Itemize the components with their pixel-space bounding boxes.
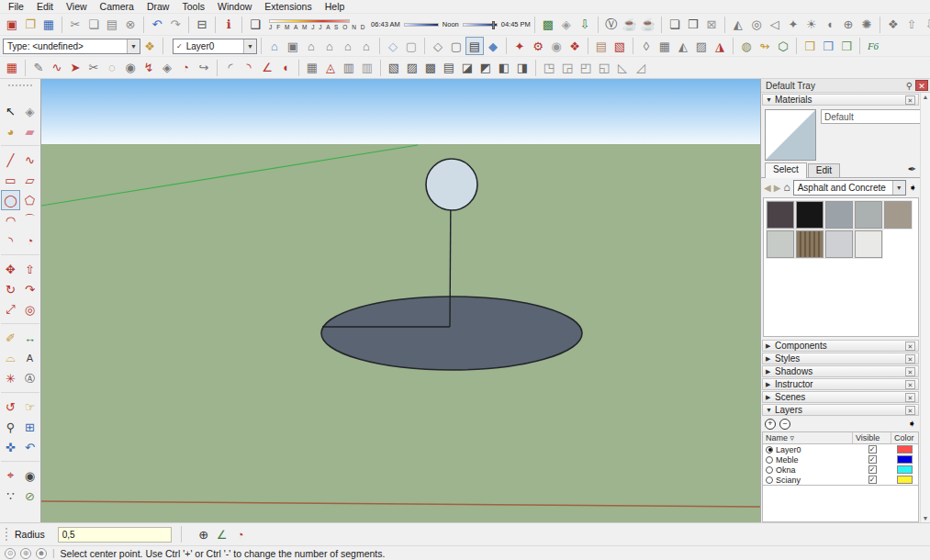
chevron-collapsed-icon[interactable]: ▶ [766, 394, 775, 401]
pie-tool[interactable]: ◔ [20, 230, 39, 251]
section-header-shadows[interactable]: ▶Shadows✕ [762, 365, 919, 377]
angle-tool-icon[interactable]: ∠ [258, 59, 276, 77]
path-tool-icon[interactable]: ↬ [756, 37, 774, 55]
zoom-extents-tool[interactable]: ✜ [1, 437, 20, 457]
axis-angle-icon[interactable]: ∠ [213, 525, 231, 543]
rotation-arc-icon[interactable]: ◔ [231, 525, 250, 543]
credits-icon[interactable]: ⊕ [20, 548, 31, 559]
undo-icon[interactable]: ↶ [148, 16, 166, 34]
hatch7-icon[interactable]: ◧ [495, 59, 513, 77]
layers-details-icon[interactable]: ➧ [908, 418, 916, 430]
column-header-color[interactable]: Color [891, 432, 918, 443]
two-point-arc-tool[interactable]: ⌒ [20, 210, 39, 230]
proxy-export-icon[interactable]: ⇩ [921, 16, 930, 34]
swatch-asphalt-new[interactable] [796, 201, 824, 229]
rotated-rectangle-tool[interactable]: ▱ [20, 170, 39, 190]
freehand-tool[interactable]: ∿ [20, 150, 39, 170]
swatch-boardwalk[interactable] [796, 230, 824, 258]
tape-measure-tool[interactable]: ✐ [1, 328, 20, 348]
zoom-window-tool[interactable]: ⊞ [20, 417, 39, 437]
threed-text-tool[interactable]: Ⓐ [20, 368, 39, 388]
sandbox-scratch-icon[interactable]: ▦ [655, 37, 674, 55]
layers-section-header[interactable]: ▼ Layers ✕ [762, 404, 919, 416]
close-icon[interactable]: ✕ [905, 380, 915, 389]
plugin-saw-icon[interactable]: ◔ [176, 59, 195, 77]
column-header-name[interactable]: Name ▿ [763, 432, 853, 443]
swatch-asphalt-dark[interactable] [767, 201, 794, 229]
plugin-lasso-icon[interactable]: ◌ [103, 59, 121, 77]
swatch-concrete-white[interactable] [855, 230, 882, 258]
erase-icon[interactable]: ⊗ [121, 16, 140, 34]
outer-shell-icon[interactable]: ◍ [737, 37, 756, 55]
chevron-collapsed-icon[interactable]: ▶ [766, 342, 775, 350]
proxy-import-icon[interactable]: ⇧ [902, 16, 921, 34]
round-corner2-icon[interactable]: ◝ [240, 59, 258, 77]
layer-row[interactable]: Okna✓ [763, 465, 918, 475]
select-tool[interactable]: ↖ [1, 101, 20, 121]
visible-checkbox[interactable]: ✓ [868, 465, 877, 474]
line-tool[interactable]: ╱ [1, 150, 20, 170]
wireframe-style-icon[interactable]: ◇ [429, 37, 447, 55]
previous-view-tool[interactable]: ↶ [20, 437, 39, 457]
back-arrow-icon[interactable]: ◀ [764, 183, 771, 193]
visible-checkbox[interactable]: ✓ [868, 455, 877, 464]
model-geometry[interactable] [41, 79, 760, 522]
menu-draw[interactable]: Draw [140, 0, 176, 13]
top-view-icon[interactable]: ▣ [284, 37, 302, 55]
section-header-scenes[interactable]: ▶Scenes✕ [762, 391, 919, 403]
menu-camera[interactable]: Camera [94, 0, 140, 13]
hatch6-icon[interactable]: ◩ [476, 59, 495, 77]
time-bar-pm[interactable] [463, 23, 498, 27]
material-preview-thumbnail[interactable] [765, 109, 816, 161]
layer-color-swatch[interactable] [897, 445, 913, 454]
chevron-expanded-icon[interactable]: ▼ [766, 96, 775, 103]
plugin-draw-icon[interactable]: ✎ [29, 59, 48, 77]
plugin-curve-icon[interactable]: ↪ [195, 59, 213, 77]
hatch2-icon[interactable]: ▨ [403, 59, 421, 77]
push-pull-tool[interactable]: ⇧ [20, 259, 39, 279]
menu-file[interactable]: File [2, 0, 30, 13]
layer-row[interactable]: Layer0✓ [763, 444, 918, 454]
infinite-plane-icon[interactable]: ❖ [884, 16, 902, 34]
circle-tool[interactable]: ◯ [1, 190, 20, 210]
close-icon[interactable]: ✕ [905, 406, 915, 415]
section-plane-tool[interactable]: ⊘ [20, 486, 39, 506]
geolocation-icon[interactable]: ⊙ [5, 548, 16, 559]
section-header-components[interactable]: ▶Components✕ [762, 340, 919, 352]
layout-grid-icon[interactable]: ▦ [3, 59, 21, 77]
collection-combo[interactable]: Asphalt and Concrete ▼ [793, 180, 906, 196]
vray-frame-buffer-icon[interactable]: ❏ [666, 16, 684, 34]
scale-tool[interactable]: ⤢ [1, 299, 20, 319]
arc-tool[interactable]: ◠ [1, 210, 20, 230]
tray-scrollbar[interactable]: ▲ ▼ [920, 93, 930, 522]
texture-page-icon[interactable]: ▤ [592, 37, 611, 55]
model-info-icon[interactable]: ℹ [219, 16, 238, 34]
copy-icon[interactable]: ❏ [84, 16, 103, 34]
offset-tool[interactable]: ◎ [20, 299, 39, 319]
dimension-tool[interactable]: ↔ [20, 328, 39, 348]
classification-type-combo[interactable]: Type: <undefined> ▼ [3, 39, 140, 54]
vray-render-icon[interactable]: ☕ [621, 16, 639, 34]
tab-edit[interactable]: Edit [808, 163, 840, 177]
column-header-visible[interactable]: Visible [853, 432, 891, 443]
polygon-tool[interactable]: ⬠ [20, 190, 39, 210]
hatch4-icon[interactable]: ▤ [440, 59, 458, 77]
menu-view[interactable]: View [60, 0, 94, 13]
layer-radio[interactable] [766, 476, 773, 484]
layer-combo[interactable]: ✓ Layer0 ▼ [173, 39, 257, 54]
layer-color-swatch[interactable] [897, 465, 913, 474]
plugin-box-icon[interactable]: ◈ [158, 59, 176, 77]
gray-tool1-icon[interactable]: ◳ [540, 59, 558, 77]
xray-style-icon[interactable]: ◇ [384, 37, 402, 55]
sandbox-drape-icon[interactable]: ◮ [711, 37, 729, 55]
sandbox-stamp-icon[interactable]: ▨ [692, 37, 711, 55]
walk-tool[interactable]: ∵ [1, 486, 20, 506]
pan-tool[interactable]: ☞ [20, 397, 39, 417]
shaded-style-icon[interactable]: ▤ [465, 37, 484, 55]
soap-bubble-icon[interactable]: ⬡ [774, 37, 792, 55]
signin-icon[interactable]: ☻ [36, 548, 47, 559]
sun-light-icon[interactable]: ☀ [802, 16, 821, 34]
chevron-collapsed-icon[interactable]: ▶ [766, 368, 775, 375]
dc-attributes-icon[interactable]: ◉ [547, 37, 566, 55]
chevron-collapsed-icon[interactable]: ▶ [766, 381, 775, 388]
